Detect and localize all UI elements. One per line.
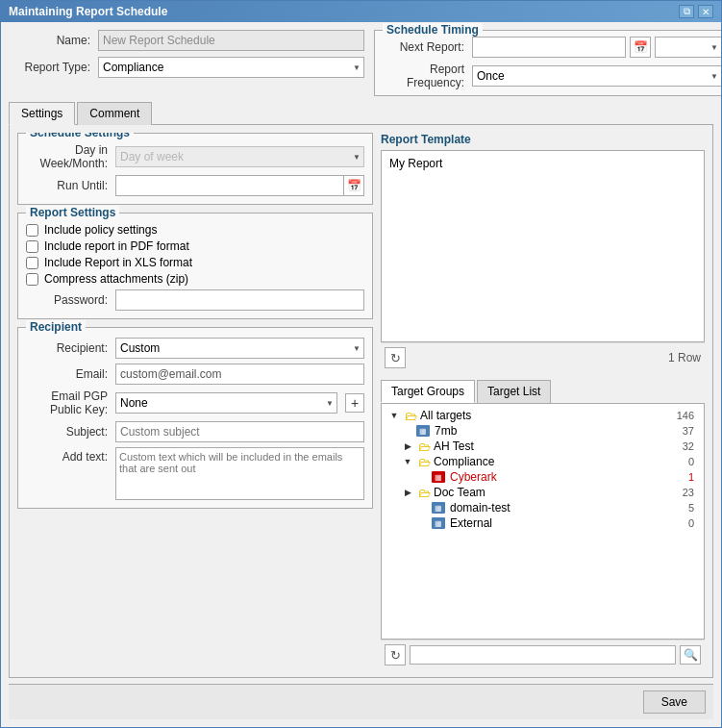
folder-icon-compliance: 🗁 xyxy=(416,455,432,468)
target-search-button[interactable]: 🔍 xyxy=(680,645,701,665)
time-select-wrapper xyxy=(655,37,721,58)
expand-ah-test: ▶ xyxy=(401,441,414,451)
target-tabs: Target Groups Target List xyxy=(381,380,705,404)
add-text-label: Add text: xyxy=(26,447,108,464)
run-until-input[interactable] xyxy=(115,175,364,196)
label-external: External xyxy=(450,516,492,530)
name-input[interactable] xyxy=(98,30,364,51)
password-row: Password: xyxy=(26,289,364,311)
template-refresh-button[interactable]: ↻ xyxy=(385,347,406,368)
restore-button[interactable]: ⧉ xyxy=(679,5,694,18)
email-input[interactable] xyxy=(115,364,364,385)
day-in-week-select-wrapper: Day of week xyxy=(115,146,364,167)
target-search-input[interactable] xyxy=(410,645,676,665)
frequency-select[interactable]: Once Daily Weekly Monthly xyxy=(472,65,721,87)
recipient-field-label: Recipient: xyxy=(26,341,108,355)
tab-settings[interactable]: Settings xyxy=(9,102,75,125)
tree-row-domain-test[interactable]: ▦ domain-test 5 xyxy=(386,500,700,515)
subject-label: Subject: xyxy=(26,425,108,439)
checkbox-xls-label: Include Report in XLS format xyxy=(44,256,192,269)
subject-input[interactable] xyxy=(115,421,364,442)
close-button[interactable]: ✕ xyxy=(698,5,713,18)
frequency-select-wrapper: Once Daily Weekly Monthly xyxy=(472,65,721,87)
tree-row-cyberark[interactable]: ▦ Cyberark 1 xyxy=(386,469,700,485)
recipient-row: Recipient: Custom Admin All Users xyxy=(26,338,364,359)
checkbox-row-xls: Include Report in XLS format xyxy=(26,256,364,269)
pgp-select[interactable]: None Key1 Key2 xyxy=(115,392,337,414)
schedule-timing-box: Schedule Timing Next Report: 📅 xyxy=(374,30,721,96)
report-template-content: My Report xyxy=(381,150,705,342)
report-type-select[interactable]: Compliance Audit Summary xyxy=(98,57,364,78)
checkbox-pdf-label: Include report in PDF format xyxy=(44,239,189,253)
next-report-date-input[interactable] xyxy=(472,37,626,58)
checkbox-row-zip: Compress attachments (zip) xyxy=(26,272,364,286)
recipient-select[interactable]: Custom Admin All Users xyxy=(115,338,364,359)
folder-icon-all-targets: 🗁 xyxy=(403,409,418,422)
recipient-box: Recipient Recipient: Custom Admin All Us… xyxy=(17,327,373,509)
tree-row-ah-test-left: ▶ 🗁 AH Test xyxy=(401,439,474,453)
report-template-section: Report Template My Report ↻ 1 Row xyxy=(381,133,705,372)
label-all-targets: All targets xyxy=(420,409,471,422)
password-label: Password: xyxy=(26,293,108,307)
report-type-select-wrapper: Compliance Audit Summary xyxy=(98,57,364,78)
schedule-timing-label: Schedule Timing xyxy=(383,23,483,37)
calendar-button[interactable]: 📅 xyxy=(630,37,651,58)
save-button[interactable]: Save xyxy=(643,690,706,714)
run-until-calendar-button[interactable]: 📅 xyxy=(343,175,364,196)
title-bar-controls: ⧉ ✕ xyxy=(679,5,713,18)
report-type-row: Report Type: Compliance Audit Summary xyxy=(9,57,364,78)
left-panel: Schedule Settings Day in Week/Month: Day… xyxy=(17,133,373,669)
tree-row-ah-test[interactable]: ▶ 🗁 AH Test 32 xyxy=(386,439,700,454)
label-ah-test: AH Test xyxy=(434,439,474,453)
tree-row-external-left: ▦ External xyxy=(416,516,492,530)
time-select[interactable] xyxy=(655,37,721,58)
run-until-label: Run Until: xyxy=(26,179,108,192)
expand-compliance: ▼ xyxy=(401,457,414,466)
count-7mb: 37 xyxy=(683,425,698,437)
target-groups-tab[interactable]: Target Groups xyxy=(381,380,475,403)
add-text-input[interactable] xyxy=(115,447,364,500)
tree-row-compliance-left: ▼ 🗁 Compliance xyxy=(401,455,494,468)
server-icon-7mb: ▦ xyxy=(416,425,430,437)
target-footer: ↻ 🔍 xyxy=(381,640,705,669)
password-input[interactable] xyxy=(115,289,364,311)
checkbox-zip[interactable] xyxy=(26,273,38,286)
tree-row-external[interactable]: ▦ External 0 xyxy=(386,515,700,531)
checkbox-policy[interactable] xyxy=(26,224,38,237)
tree-row-7mb[interactable]: ▦ 7mb 37 xyxy=(386,423,700,439)
target-refresh-button[interactable]: ↻ xyxy=(385,644,406,665)
count-cyberark: 1 xyxy=(688,471,698,483)
template-footer: ↻ 1 Row xyxy=(381,342,705,372)
pgp-add-button[interactable]: + xyxy=(345,393,364,413)
label-doc-team: Doc Team xyxy=(434,486,485,499)
checkbox-row-pdf: Include report in PDF format xyxy=(26,239,364,253)
tab-bar: Settings Comment xyxy=(9,102,713,125)
tree-row-doc-team[interactable]: ▶ 🗁 Doc Team 23 xyxy=(386,485,700,500)
recipient-label: Recipient xyxy=(26,320,86,334)
next-report-row: Next Report: 📅 xyxy=(383,37,721,58)
window-body: Name: Report Type: Compliance Audit Summ… xyxy=(1,22,721,727)
report-type-label: Report Type: xyxy=(9,61,90,74)
label-7mb: 7mb xyxy=(435,424,457,438)
name-row: Name: xyxy=(9,30,364,51)
next-report-label: Next Report: xyxy=(383,40,464,54)
checkboxes-container: Include policy settings Include report i… xyxy=(26,223,364,286)
day-in-week-select[interactable]: Day of week xyxy=(115,146,364,167)
tree-row-compliance[interactable]: ▼ 🗁 Compliance 0 xyxy=(386,454,700,469)
checkbox-pdf[interactable] xyxy=(26,240,38,253)
checkbox-xls[interactable] xyxy=(26,257,38,269)
pgp-select-wrapper: None Key1 Key2 xyxy=(115,392,337,414)
add-text-row: Add text: xyxy=(26,447,364,500)
folder-icon-ah-test: 🗁 xyxy=(416,439,432,453)
tab-comment[interactable]: Comment xyxy=(77,102,152,125)
target-list-tab[interactable]: Target List xyxy=(477,380,551,403)
tree-row-7mb-left: ▦ 7mb xyxy=(401,424,457,438)
left-top-fields: Name: Report Type: Compliance Audit Summ… xyxy=(9,30,364,96)
count-compliance: 0 xyxy=(688,456,698,467)
report-settings-label: Report Settings xyxy=(26,206,119,219)
folder-icon-doc-team: 🗁 xyxy=(416,486,432,499)
tree-row-domain-test-left: ▦ domain-test xyxy=(416,501,510,515)
tree-row-all-targets[interactable]: ▼ 🗁 All targets 146 xyxy=(386,408,700,423)
template-item-my-report[interactable]: My Report xyxy=(386,155,700,172)
schedule-timing-section: Schedule Timing Next Report: 📅 xyxy=(374,30,721,96)
